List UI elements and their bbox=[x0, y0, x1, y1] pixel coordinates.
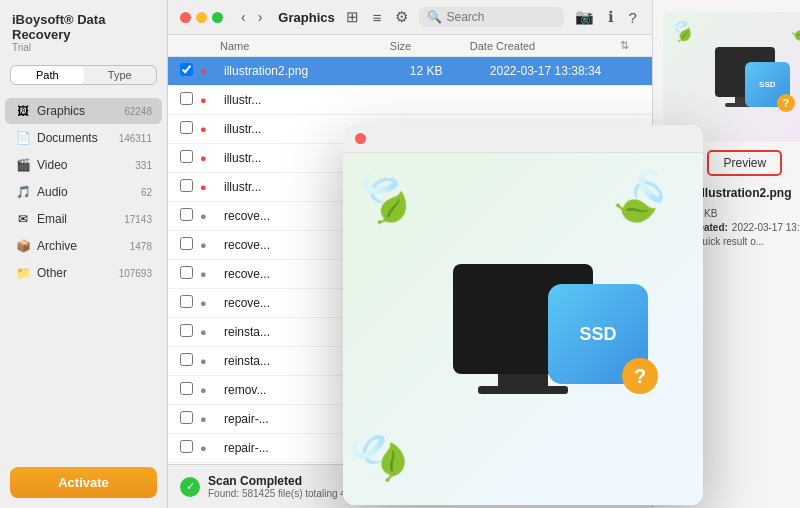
video-icon: 🎬 bbox=[15, 157, 31, 173]
app-title: iBoysoft® Data Recovery bbox=[12, 12, 155, 42]
file-checkbox-8[interactable] bbox=[180, 294, 200, 312]
popup-header bbox=[343, 125, 703, 153]
file-checkbox-5[interactable] bbox=[180, 207, 200, 225]
table-row[interactable]: ● illustr... bbox=[168, 86, 652, 115]
sort-icon[interactable]: ⇅ bbox=[620, 39, 640, 52]
file-checkbox-11[interactable] bbox=[180, 381, 200, 399]
sidebar-item-label-video: Video bbox=[37, 158, 135, 172]
table-row[interactable]: ● illustration2.png 12 KB 2022-03-17 13:… bbox=[168, 57, 652, 86]
file-type-icon: ● bbox=[200, 123, 220, 135]
leaf-tl-icon: 🍃 bbox=[663, 12, 699, 48]
sidebar: iBoysoft® Data Recovery Trial Path Type … bbox=[0, 0, 168, 508]
toolbar-icons: ⊞ ≡ ⚙ 🔍 📷 ℹ ? bbox=[343, 6, 640, 28]
file-name: illustr... bbox=[224, 93, 410, 107]
file-type-icon: ● bbox=[200, 355, 220, 367]
file-size: 12 KB bbox=[410, 64, 490, 78]
search-icon: 🔍 bbox=[427, 10, 442, 24]
sidebar-item-video[interactable]: 🎬 Video 331 bbox=[5, 152, 162, 178]
sidebar-item-label-email: Email bbox=[37, 212, 124, 226]
close-icon[interactable] bbox=[180, 12, 191, 23]
file-checkbox-0[interactable] bbox=[180, 62, 200, 80]
sidebar-item-graphics[interactable]: 🖼 Graphics 62248 bbox=[5, 98, 162, 124]
file-checkbox-6[interactable] bbox=[180, 236, 200, 254]
ssd-icon: SSD ? bbox=[548, 284, 648, 384]
scan-complete-icon: ✓ bbox=[180, 477, 200, 497]
col-date-header: Date Created bbox=[470, 40, 620, 52]
preview-button[interactable]: Preview bbox=[707, 150, 782, 176]
path-type-tabs: Path Type bbox=[10, 65, 157, 85]
sidebar-item-count-audio: 62 bbox=[141, 187, 152, 198]
file-type-icon: ● bbox=[200, 413, 220, 425]
search-input[interactable] bbox=[446, 10, 556, 24]
file-list-header: Name Size Date Created ⇅ bbox=[168, 35, 652, 57]
file-list-area: Name Size Date Created ⇅ ● illustration2… bbox=[168, 35, 652, 464]
sidebar-item-documents[interactable]: 📄 Documents 146311 bbox=[5, 125, 162, 151]
traffic-lights bbox=[180, 12, 223, 23]
filter-icon[interactable]: ⚙ bbox=[392, 6, 411, 28]
leaf-topright-icon: 🍃 bbox=[601, 156, 684, 237]
sidebar-item-archive[interactable]: 📦 Archive 1478 bbox=[5, 233, 162, 259]
sidebar-item-label-archive: Archive bbox=[37, 239, 130, 253]
sidebar-item-audio[interactable]: 🎵 Audio 62 bbox=[5, 179, 162, 205]
file-checkbox-9[interactable] bbox=[180, 323, 200, 341]
forward-button[interactable]: › bbox=[254, 7, 267, 27]
maximize-icon[interactable] bbox=[212, 12, 223, 23]
leaf-tr-icon: 🍃 bbox=[785, 12, 800, 48]
sidebar-activate: Activate bbox=[10, 467, 157, 498]
activate-button[interactable]: Activate bbox=[10, 467, 157, 498]
search-box: 🔍 bbox=[419, 7, 564, 27]
file-checkbox-1[interactable] bbox=[180, 91, 200, 109]
popup-close-icon[interactable] bbox=[355, 133, 366, 144]
file-type-icon: ● bbox=[200, 384, 220, 396]
camera-icon[interactable]: 📷 bbox=[572, 6, 597, 28]
file-type-icon: ● bbox=[200, 326, 220, 338]
file-checkbox-10[interactable] bbox=[180, 352, 200, 370]
leaf-topleft-icon: 🍃 bbox=[343, 156, 425, 237]
sidebar-items: 🖼 Graphics 62248 📄 Documents 146311 🎬 Vi… bbox=[0, 93, 167, 457]
audio-icon: 🎵 bbox=[15, 184, 31, 200]
sidebar-item-count-archive: 1478 bbox=[130, 241, 152, 252]
main-content: ‹ › Graphics ⊞ ≡ ⚙ 🔍 📷 ℹ ? Name Size Dat… bbox=[168, 0, 652, 508]
grid-view-icon[interactable]: ⊞ bbox=[343, 6, 362, 28]
col-name-header: Name bbox=[220, 40, 390, 52]
popup-overlay: 🍃 🍃 🍃 SSD ? bbox=[343, 125, 703, 505]
sidebar-item-label-documents: Documents bbox=[37, 131, 119, 145]
sidebar-item-count-email: 17143 bbox=[124, 214, 152, 225]
back-button[interactable]: ‹ bbox=[237, 7, 250, 27]
archive-icon: 📦 bbox=[15, 238, 31, 254]
file-type-icon: ● bbox=[200, 268, 220, 280]
sidebar-item-other[interactable]: 📁 Other 107693 bbox=[5, 260, 162, 286]
app-trial: Trial bbox=[12, 42, 155, 53]
file-checkbox-3[interactable] bbox=[180, 149, 200, 167]
preview-filename: illustration2.png bbox=[698, 186, 791, 200]
toolbar: ‹ › Graphics ⊞ ≡ ⚙ 🔍 📷 ℹ ? bbox=[168, 0, 652, 35]
email-icon: ✉ bbox=[15, 211, 31, 227]
file-checkbox-2[interactable] bbox=[180, 120, 200, 138]
sidebar-item-count-documents: 146311 bbox=[119, 133, 152, 144]
file-checkbox-12[interactable] bbox=[180, 410, 200, 428]
sidebar-header: iBoysoft® Data Recovery Trial bbox=[0, 0, 167, 57]
tab-type[interactable]: Type bbox=[84, 66, 157, 84]
file-checkbox-4[interactable] bbox=[180, 178, 200, 196]
file-date: 2022-03-17 13:38:34 bbox=[490, 64, 640, 78]
toolbar-title: Graphics bbox=[274, 10, 334, 25]
file-type-icon: ● bbox=[200, 297, 220, 309]
file-checkbox-7[interactable] bbox=[180, 265, 200, 283]
mini-ssd-icon: SSD ? bbox=[745, 62, 790, 107]
file-name: illustration2.png bbox=[224, 64, 410, 78]
sidebar-item-email[interactable]: ✉ Email 17143 bbox=[5, 206, 162, 232]
sidebar-item-count-other: 107693 bbox=[119, 268, 152, 279]
sidebar-item-label-audio: Audio bbox=[37, 185, 141, 199]
popup-content: 🍃 🍃 🍃 SSD ? bbox=[343, 153, 703, 505]
sidebar-item-count-video: 331 bbox=[135, 160, 152, 171]
list-view-icon[interactable]: ≡ bbox=[370, 7, 385, 28]
info-icon[interactable]: ℹ bbox=[605, 6, 617, 28]
nav-arrows: ‹ › bbox=[237, 7, 266, 27]
sidebar-item-count-graphics: 62248 bbox=[124, 106, 152, 117]
tab-path[interactable]: Path bbox=[11, 66, 84, 84]
popup-mac-illustration: SSD ? bbox=[453, 264, 593, 394]
minimize-icon[interactable] bbox=[196, 12, 207, 23]
graphics-icon: 🖼 bbox=[15, 103, 31, 119]
help-icon[interactable]: ? bbox=[625, 7, 639, 28]
file-checkbox-13[interactable] bbox=[180, 439, 200, 457]
